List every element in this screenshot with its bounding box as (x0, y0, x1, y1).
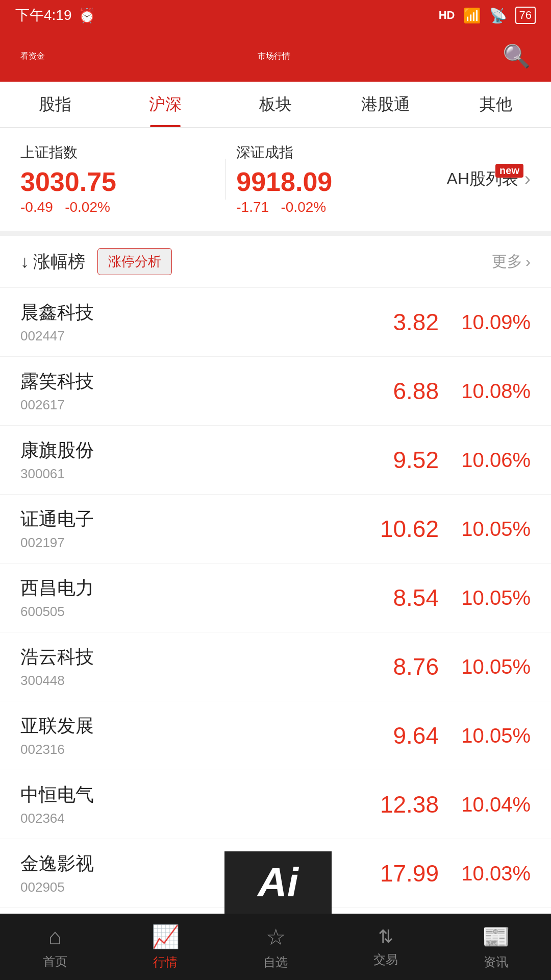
hd-label: HD (439, 9, 455, 22)
shenzhen-name: 深证成指 (236, 143, 431, 162)
nav-trade[interactable]: ⇅ 交易 (331, 926, 441, 968)
stock-change: 10.08% (439, 380, 531, 403)
tabs-bar: 股指 沪深 板块 港股通 其他 (0, 82, 551, 128)
status-left: 下午4:19 ⏰ (15, 6, 96, 25)
stock-name: 康旗股份 (20, 438, 337, 463)
nav-home[interactable]: ⌂ 首页 (0, 924, 110, 970)
tab-qita[interactable]: 其他 (441, 82, 551, 127)
stock-name: 西昌电力 (20, 576, 337, 601)
header-title: 市场行情 (258, 51, 290, 62)
market-section: 上证指数 3030.75 -0.49 -0.02% 深证成指 9918.09 -… (0, 128, 551, 236)
ah-label-wrap: new AH股列表 (447, 168, 518, 190)
section-title: ↓ 涨幅榜 (20, 250, 85, 274)
tab-ganggu[interactable]: 港股通 (331, 82, 441, 127)
rise-title: 涨幅榜 (33, 250, 85, 274)
shangzheng-change: -0.49 -0.02% (20, 199, 215, 215)
nav-news[interactable]: 📰 资讯 (441, 923, 551, 970)
stock-code: 300448 (20, 673, 337, 689)
stock-item[interactable]: 浩云科技 300448 8.76 10.05% (0, 632, 551, 701)
stock-change: 10.06% (439, 449, 531, 472)
stock-info: 浩云科技 300448 (20, 645, 337, 689)
nav-market-label: 行情 (153, 954, 178, 970)
shangzheng-name: 上证指数 (20, 143, 215, 162)
header: 看资金 市场行情 🔍 (0, 31, 551, 82)
market-icon: 📈 (152, 923, 180, 950)
header-left-label[interactable]: 看资金 (20, 51, 45, 62)
stock-price: 3.82 (337, 308, 439, 336)
tab-bankuai[interactable]: 板块 (220, 82, 331, 127)
stock-price: 10.62 (337, 515, 439, 543)
stock-item[interactable]: 西昌电力 600505 8.54 10.05% (0, 564, 551, 632)
stock-change: 10.04% (439, 793, 531, 816)
more-button[interactable]: 更多 › (492, 251, 531, 272)
stock-price: 9.52 (337, 446, 439, 474)
stock-name: 证通电子 (20, 507, 337, 532)
ah-stock-link[interactable]: new AH股列表 › (447, 168, 531, 190)
stock-price: 8.54 (337, 584, 439, 611)
stock-price: 17.99 (337, 860, 439, 887)
index-divider (226, 159, 226, 200)
rise-section-header: ↓ 涨幅榜 涨停分析 更多 › (0, 236, 551, 288)
stock-info: 证通电子 002197 (20, 507, 337, 551)
stock-info: 康旗股份 300061 (20, 438, 337, 482)
stock-item[interactable]: 亚联发展 002316 9.64 10.05% (0, 701, 551, 770)
nav-home-label: 首页 (43, 953, 67, 970)
nav-market[interactable]: 📈 行情 (110, 923, 220, 970)
shenzhen-index[interactable]: 深证成指 9918.09 -1.71 -0.02% (236, 143, 431, 215)
stock-code: 002316 (20, 742, 337, 757)
stock-change: 10.05% (439, 518, 531, 541)
stock-code: 600505 (20, 604, 337, 620)
stock-price: 8.76 (337, 653, 439, 680)
stock-code: 002447 (20, 328, 337, 344)
stock-change: 10.05% (439, 724, 531, 747)
stock-item[interactable]: 中恒电气 002364 12.38 10.04% (0, 770, 551, 839)
nav-trade-label: 交易 (373, 951, 398, 968)
shenzhen-change: -1.71 -0.02% (236, 199, 431, 215)
stock-item[interactable]: 证通电子 002197 10.62 10.05% (0, 495, 551, 564)
stock-code: 002197 (20, 535, 337, 551)
status-right: HD 📶 📡 76 (439, 7, 536, 24)
signal-icon: 📶 (463, 7, 481, 24)
shenzhen-value: 9918.09 (236, 166, 431, 197)
news-icon: 📰 (482, 923, 510, 950)
trade-icon: ⇅ (378, 926, 393, 947)
bottom-nav: ⌂ 首页 📈 行情 ☆ 自选 ⇅ 交易 📰 资讯 (0, 914, 551, 980)
stock-item[interactable]: 露笑科技 002617 6.88 10.08% (0, 357, 551, 426)
stock-change: 10.05% (439, 586, 531, 609)
stock-item[interactable]: 晨鑫科技 002447 3.82 10.09% (0, 288, 551, 357)
tab-guji[interactable]: 股指 (0, 82, 110, 127)
stock-name: 浩云科技 (20, 645, 337, 670)
nav-watchlist-label: 自选 (263, 954, 288, 970)
stock-info: 晨鑫科技 002447 (20, 300, 337, 344)
stock-code: 002364 (20, 811, 337, 826)
stock-name: 中恒电气 (20, 782, 337, 807)
stock-name: 晨鑫科技 (20, 300, 337, 325)
stock-price: 12.38 (337, 791, 439, 818)
new-badge: new (495, 164, 523, 178)
tab-hushen[interactable]: 沪深 (110, 82, 220, 127)
chevron-more-icon: › (525, 253, 531, 271)
home-icon: ⌂ (48, 924, 62, 949)
stock-info: 亚联发展 002316 (20, 714, 337, 757)
stock-name: 亚联发展 (20, 714, 337, 739)
chevron-right-icon: › (524, 168, 531, 190)
shangzheng-index[interactable]: 上证指数 3030.75 -0.49 -0.02% (20, 143, 215, 215)
stock-change: 10.05% (439, 655, 531, 678)
stock-item[interactable]: 康旗股份 300061 9.52 10.06% (0, 426, 551, 495)
sort-icon[interactable]: ↓ (20, 252, 29, 272)
status-bar: 下午4:19 ⏰ HD 📶 📡 76 (0, 0, 551, 31)
wifi-icon: 📡 (489, 7, 507, 24)
stock-change: 10.09% (439, 311, 531, 334)
search-icon[interactable]: 🔍 (503, 43, 531, 69)
battery-indicator: 76 (515, 7, 536, 24)
nav-news-label: 资讯 (484, 954, 508, 970)
stock-code: 300061 (20, 466, 337, 482)
stock-price: 9.64 (337, 722, 439, 749)
stock-change: 10.03% (439, 862, 531, 885)
stock-price: 6.88 (337, 377, 439, 405)
analysis-button[interactable]: 涨停分析 (97, 248, 172, 275)
alarm-icon: ⏰ (78, 7, 96, 24)
stock-name: 露笑科技 (20, 369, 337, 394)
ai-section[interactable]: Ai (224, 851, 332, 914)
nav-watchlist[interactable]: ☆ 自选 (220, 924, 331, 970)
